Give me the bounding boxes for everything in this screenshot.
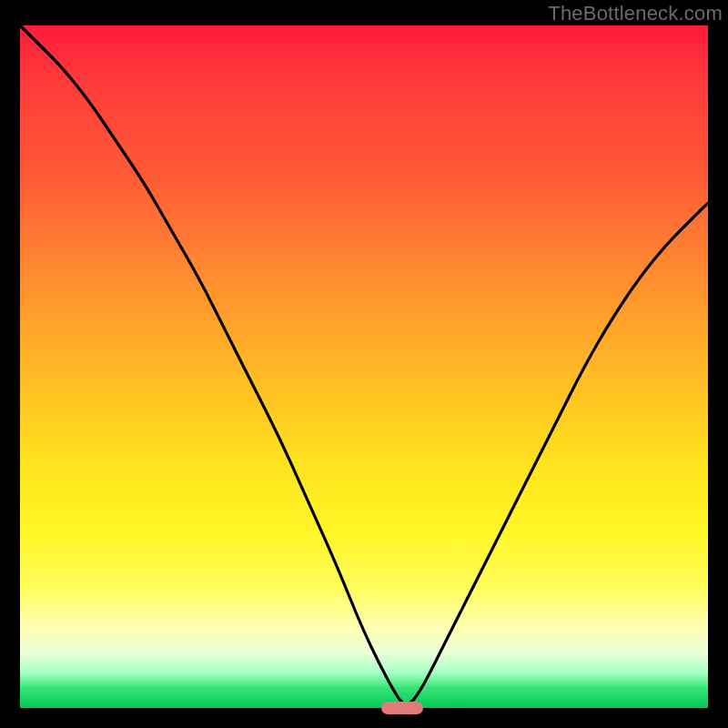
chart-frame: TheBottleneck.com xyxy=(0,0,728,728)
chart-minimum-marker xyxy=(381,702,423,714)
watermark-label: TheBottleneck.com xyxy=(548,2,723,25)
chart-curve-path xyxy=(20,25,708,704)
chart-curve-svg xyxy=(0,0,728,728)
